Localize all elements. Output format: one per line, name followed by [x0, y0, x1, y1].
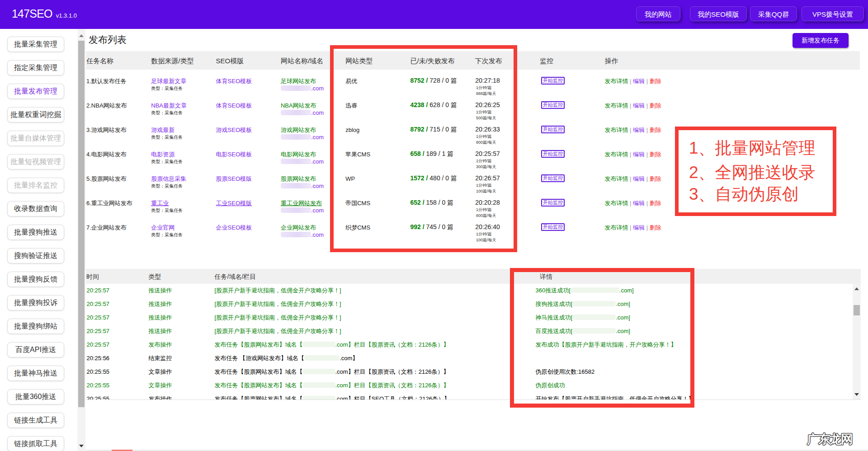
svg-text:广东龙网: 广东龙网	[807, 432, 852, 446]
